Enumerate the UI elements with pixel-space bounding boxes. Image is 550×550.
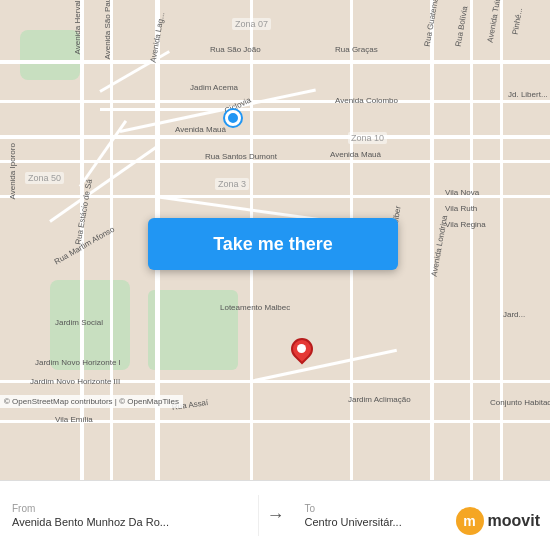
park-area-2 bbox=[50, 280, 130, 370]
take-me-there-button[interactable]: Take me there bbox=[148, 218, 398, 270]
moovit-logo: m moovit bbox=[456, 507, 540, 535]
park-area-3 bbox=[148, 290, 238, 370]
from-value: Avenida Bento Munhoz Da Ro... bbox=[12, 516, 246, 528]
road-colombo-branch bbox=[100, 108, 300, 111]
zone-label-50: Zona 50 bbox=[25, 172, 64, 184]
road-v2 bbox=[110, 0, 113, 480]
destination-marker bbox=[290, 338, 314, 366]
road-v7 bbox=[470, 0, 473, 480]
zone-label-10: Zona 10 bbox=[348, 132, 387, 144]
road-v8 bbox=[500, 0, 503, 480]
origin-marker bbox=[225, 110, 241, 126]
park-area bbox=[20, 30, 80, 80]
from-label: From bbox=[12, 503, 246, 514]
road-v1 bbox=[80, 0, 84, 480]
moovit-icon: m bbox=[456, 507, 484, 535]
map-container: Rua São João Rua Graças Jadim Acema Aven… bbox=[0, 0, 550, 480]
road-v6 bbox=[430, 0, 434, 480]
from-section: From Avenida Bento Munhoz Da Ro... bbox=[0, 495, 259, 536]
moovit-app-name: moovit bbox=[488, 512, 540, 530]
zone-label-3: Zona 3 bbox=[215, 178, 249, 190]
zone-label-07: Zona 07 bbox=[232, 18, 271, 30]
bottom-bar: From Avenida Bento Munhoz Da Ro... → To … bbox=[0, 480, 550, 550]
arrow-icon: → bbox=[259, 505, 293, 526]
map-attribution: © OpenStreetMap contributors | © OpenMap… bbox=[0, 395, 183, 408]
